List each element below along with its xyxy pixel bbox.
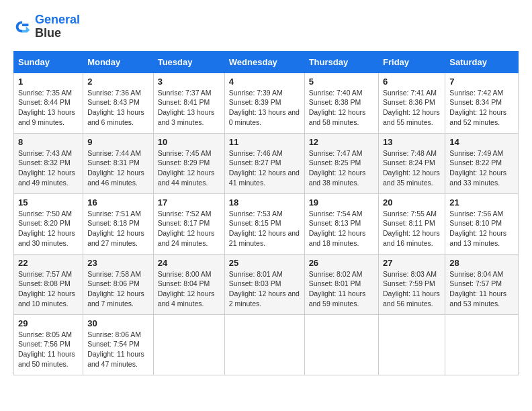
day-number: 4	[229, 77, 300, 87]
day-info: Sunrise: 7:50 AMSunset: 8:20 PMDaylight:…	[18, 210, 75, 247]
header-row: Sunday Monday Tuesday Wednesday Thursday…	[14, 51, 519, 73]
col-thursday: Thursday	[304, 51, 378, 73]
day-info: Sunrise: 7:49 AMSunset: 8:22 PMDaylight:…	[449, 149, 506, 187]
col-wednesday: Wednesday	[224, 51, 304, 73]
table-row: 21Sunrise: 7:56 AMSunset: 8:10 PMDayligh…	[445, 193, 519, 254]
day-number: 21	[449, 197, 514, 208]
day-info: Sunrise: 7:36 AMSunset: 8:43 PMDaylight:…	[87, 89, 144, 126]
table-row: 4Sunrise: 7:39 AMSunset: 8:39 PMDaylight…	[224, 73, 304, 133]
table-row: 26Sunrise: 8:02 AMSunset: 8:01 PMDayligh…	[304, 254, 378, 314]
table-row: 9Sunrise: 7:44 AMSunset: 8:31 PMDaylight…	[83, 133, 154, 193]
calendar-week-2: 8Sunrise: 7:43 AMSunset: 8:32 PMDaylight…	[14, 133, 519, 193]
table-row: 25Sunrise: 8:01 AMSunset: 8:03 PMDayligh…	[224, 254, 304, 314]
table-row: 17Sunrise: 7:52 AMSunset: 8:17 PMDayligh…	[153, 193, 224, 254]
logo: General Blue	[13, 13, 80, 40]
day-info: Sunrise: 7:37 AMSunset: 8:41 PMDaylight:…	[158, 89, 215, 126]
calendar-week-5: 29Sunrise: 8:05 AMSunset: 7:56 PMDayligh…	[14, 314, 519, 375]
col-monday: Monday	[83, 51, 154, 73]
table-row: 15Sunrise: 7:50 AMSunset: 8:20 PMDayligh…	[14, 193, 83, 254]
calendar-week-3: 15Sunrise: 7:50 AMSunset: 8:20 PMDayligh…	[14, 193, 519, 254]
table-row	[445, 314, 519, 375]
table-row: 14Sunrise: 7:49 AMSunset: 8:22 PMDayligh…	[445, 133, 519, 193]
table-row: 16Sunrise: 7:51 AMSunset: 8:18 PMDayligh…	[83, 193, 154, 254]
logo-icon	[13, 17, 32, 36]
day-info: Sunrise: 8:04 AMSunset: 7:57 PMDaylight:…	[449, 270, 506, 308]
day-number: 14	[449, 137, 514, 147]
day-number: 16	[87, 197, 149, 208]
day-info: Sunrise: 7:41 AMSunset: 8:36 PMDaylight:…	[383, 89, 440, 126]
col-friday: Friday	[379, 51, 445, 73]
table-row: 13Sunrise: 7:48 AMSunset: 8:24 PMDayligh…	[379, 133, 445, 193]
day-info: Sunrise: 8:00 AMSunset: 8:04 PMDaylight:…	[158, 270, 215, 308]
day-number: 27	[383, 258, 441, 268]
calendar-week-4: 22Sunrise: 7:57 AMSunset: 8:08 PMDayligh…	[14, 254, 519, 314]
day-number: 26	[309, 258, 374, 268]
day-number: 23	[87, 258, 149, 268]
day-number: 22	[18, 258, 79, 268]
table-row: 8Sunrise: 7:43 AMSunset: 8:32 PMDaylight…	[14, 133, 83, 193]
day-info: Sunrise: 7:54 AMSunset: 8:13 PMDaylight:…	[309, 210, 366, 247]
day-info: Sunrise: 8:06 AMSunset: 7:54 PMDaylight:…	[87, 330, 144, 368]
day-number: 13	[383, 137, 441, 147]
day-number: 18	[229, 197, 300, 208]
table-row	[304, 314, 378, 375]
day-info: Sunrise: 7:46 AMSunset: 8:27 PMDaylight:…	[229, 149, 300, 187]
day-info: Sunrise: 7:40 AMSunset: 8:38 PMDaylight:…	[309, 89, 366, 126]
logo-text: General Blue	[35, 13, 80, 40]
day-info: Sunrise: 7:45 AMSunset: 8:29 PMDaylight:…	[158, 149, 215, 187]
table-row: 12Sunrise: 7:47 AMSunset: 8:25 PMDayligh…	[304, 133, 378, 193]
table-row: 6Sunrise: 7:41 AMSunset: 8:36 PMDaylight…	[379, 73, 445, 133]
day-info: Sunrise: 7:53 AMSunset: 8:15 PMDaylight:…	[229, 210, 300, 247]
table-row: 10Sunrise: 7:45 AMSunset: 8:29 PMDayligh…	[153, 133, 224, 193]
day-info: Sunrise: 8:03 AMSunset: 7:59 PMDaylight:…	[383, 270, 440, 308]
day-info: Sunrise: 7:58 AMSunset: 8:06 PMDaylight:…	[87, 270, 144, 308]
table-row: 30Sunrise: 8:06 AMSunset: 7:54 PMDayligh…	[83, 314, 154, 375]
calendar-week-1: 1Sunrise: 7:35 AMSunset: 8:44 PMDaylight…	[14, 73, 519, 133]
day-info: Sunrise: 7:57 AMSunset: 8:08 PMDaylight:…	[18, 270, 75, 308]
day-info: Sunrise: 8:02 AMSunset: 8:01 PMDaylight:…	[309, 270, 366, 308]
day-number: 12	[309, 137, 374, 147]
day-number: 20	[383, 197, 441, 208]
table-row: 22Sunrise: 7:57 AMSunset: 8:08 PMDayligh…	[14, 254, 83, 314]
table-row: 23Sunrise: 7:58 AMSunset: 8:06 PMDayligh…	[83, 254, 154, 314]
day-number: 24	[158, 258, 220, 268]
day-number: 7	[449, 77, 514, 87]
table-row: 5Sunrise: 7:40 AMSunset: 8:38 PMDaylight…	[304, 73, 378, 133]
table-row: 27Sunrise: 8:03 AMSunset: 7:59 PMDayligh…	[379, 254, 445, 314]
day-info: Sunrise: 7:52 AMSunset: 8:17 PMDaylight:…	[158, 210, 215, 247]
day-info: Sunrise: 7:42 AMSunset: 8:34 PMDaylight:…	[449, 89, 506, 126]
table-row	[224, 314, 304, 375]
table-row: 24Sunrise: 8:00 AMSunset: 8:04 PMDayligh…	[153, 254, 224, 314]
calendar-table: Sunday Monday Tuesday Wednesday Thursday…	[13, 51, 519, 375]
day-number: 3	[158, 77, 220, 87]
day-number: 6	[383, 77, 441, 87]
table-row	[153, 314, 224, 375]
page-header: General Blue	[13, 13, 519, 40]
day-number: 1	[18, 77, 79, 87]
day-info: Sunrise: 7:56 AMSunset: 8:10 PMDaylight:…	[449, 210, 506, 247]
col-sunday: Sunday	[14, 51, 83, 73]
table-row: 18Sunrise: 7:53 AMSunset: 8:15 PMDayligh…	[224, 193, 304, 254]
day-number: 11	[229, 137, 300, 147]
day-number: 29	[18, 318, 79, 328]
day-number: 19	[309, 197, 374, 208]
day-number: 2	[87, 77, 149, 87]
table-row: 29Sunrise: 8:05 AMSunset: 7:56 PMDayligh…	[14, 314, 83, 375]
col-saturday: Saturday	[445, 51, 519, 73]
day-info: Sunrise: 7:48 AMSunset: 8:24 PMDaylight:…	[383, 149, 440, 187]
day-number: 30	[87, 318, 149, 328]
table-row: 2Sunrise: 7:36 AMSunset: 8:43 PMDaylight…	[83, 73, 154, 133]
day-number: 5	[309, 77, 374, 87]
table-row: 19Sunrise: 7:54 AMSunset: 8:13 PMDayligh…	[304, 193, 378, 254]
table-row: 20Sunrise: 7:55 AMSunset: 8:11 PMDayligh…	[379, 193, 445, 254]
day-number: 8	[18, 137, 79, 147]
table-row	[379, 314, 445, 375]
day-number: 10	[158, 137, 220, 147]
day-number: 28	[449, 258, 514, 268]
day-info: Sunrise: 7:44 AMSunset: 8:31 PMDaylight:…	[87, 149, 144, 187]
day-info: Sunrise: 7:47 AMSunset: 8:25 PMDaylight:…	[309, 149, 366, 187]
day-info: Sunrise: 7:43 AMSunset: 8:32 PMDaylight:…	[18, 149, 75, 187]
day-number: 17	[158, 197, 220, 208]
table-row: 3Sunrise: 7:37 AMSunset: 8:41 PMDaylight…	[153, 73, 224, 133]
table-row: 11Sunrise: 7:46 AMSunset: 8:27 PMDayligh…	[224, 133, 304, 193]
